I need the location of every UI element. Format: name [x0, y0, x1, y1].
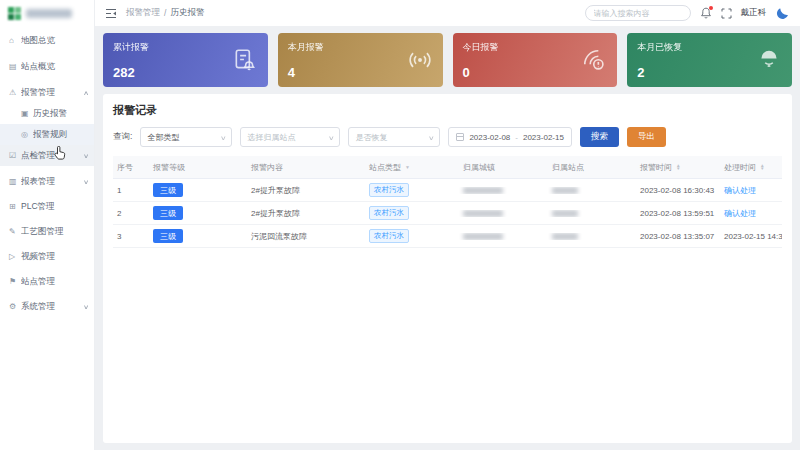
card-value: 0	[463, 65, 470, 80]
mouse-cursor	[53, 146, 66, 160]
sidebar-item-label: 历史报警	[33, 108, 88, 120]
map-icon: ⌂	[9, 36, 21, 45]
table-row: 2 三级 2#提升泵故障 农村污水 2023-02-08 13:59:51 确认…	[113, 202, 782, 225]
history-alarm-icon: ▣	[21, 109, 33, 118]
top-header: 报警管理 / 历史报警 戴正科	[95, 0, 800, 26]
chevron-down-icon: ∨	[83, 303, 89, 310]
site-management-icon: ⚑	[9, 277, 21, 286]
alarm-content: 2#提升泵故障	[247, 185, 365, 196]
alarm-time: 2023-02-08 13:59:51	[636, 209, 720, 218]
sidebar-item-history-alarm[interactable]: ▣ 历史报警	[0, 103, 94, 124]
handle-time: 2023-02-15 14:34:10	[720, 232, 782, 241]
filter-caret-icon: ▼	[405, 164, 410, 170]
alarm-type-value: 全部类型	[147, 132, 217, 143]
sidebar-item-alarm-rules[interactable]: ◎ 报警规则	[0, 124, 94, 145]
sidebar-item-label: 站点概览	[21, 61, 88, 73]
recover-status-select[interactable]: 是否恢复 ∨	[348, 127, 440, 147]
date-range-picker[interactable]: 2023-02-08 - 2023-02-15	[448, 127, 572, 147]
col-site-type-label: 站点类型	[369, 162, 401, 173]
sort-icon: ▲▼	[676, 164, 681, 171]
breadcrumb-alarm-management[interactable]: 报警管理	[126, 7, 160, 19]
logo-icon	[8, 7, 21, 20]
sidebar-item-plc-management[interactable]: ⊞ PLC管理	[0, 196, 94, 217]
sidebar-item-label: 地图总览	[21, 35, 88, 47]
sidebar-item-label: 报警规则	[33, 129, 88, 141]
video-icon: ▷	[9, 252, 21, 261]
col-town: 归属城镇	[459, 162, 548, 173]
breadcrumb-separator: /	[164, 8, 166, 18]
sidebar: ⌂ 地图总览 ▤ 站点概览 ⚠ 报警管理 ∧ ▣ 历史报警 ◎ 报警规则 ☑	[0, 0, 95, 450]
site-type-tag: 农村污水	[369, 229, 409, 243]
sidebar-item-label: 系统管理	[21, 301, 84, 313]
col-alarm-time[interactable]: 报警时间 ▲▼	[636, 162, 720, 173]
site-type-tag: 农村污水	[369, 206, 409, 220]
sidebar-item-video-management[interactable]: ▷ 视频管理	[0, 246, 94, 267]
alarm-time: 2023-02-08 16:30:43	[636, 186, 720, 195]
app-logo	[0, 0, 94, 26]
col-site-type[interactable]: 站点类型 ▼	[365, 162, 459, 173]
confirm-handle-link[interactable]: 确认处理	[720, 185, 782, 196]
col-handle-time[interactable]: 处理时间 ▲▼	[720, 162, 782, 173]
site-type-tag: 农村污水	[369, 183, 409, 197]
site-select-placeholder: 选择归属站点	[247, 132, 325, 143]
sidebar-item-report-management[interactable]: ▥ 报表管理 ∨	[0, 171, 94, 192]
notification-badge	[709, 6, 713, 10]
alarm-records-panel: 报警记录 查询: 全部类型 ∨ 选择归属站点 ∨ 是否恢复 ∨ 2023-02-	[103, 94, 792, 443]
sidebar-item-site-management[interactable]: ⚑ 站点管理	[0, 271, 94, 292]
search-input[interactable]	[585, 5, 691, 21]
sidebar-item-map-overview[interactable]: ⌂ 地图总览	[0, 30, 94, 51]
avatar[interactable]	[775, 6, 790, 21]
level-badge: 三级	[153, 206, 183, 220]
sidebar-item-system-management[interactable]: ⚙ 系统管理 ∨	[0, 296, 94, 317]
alarm-content: 污泥回流泵故障	[247, 231, 365, 242]
query-label: 查询:	[113, 131, 132, 143]
card-month-alarms[interactable]: 本月报警 4	[278, 33, 443, 87]
main-content: 累计报警 282 本月报警 4	[95, 26, 800, 450]
panel-title: 报警记录	[113, 103, 782, 118]
col-no: 序号	[113, 162, 149, 173]
recover-status-value: 是否恢复	[355, 132, 425, 143]
site-overview-icon: ▤	[9, 62, 21, 71]
filter-bar: 查询: 全部类型 ∨ 选择归属站点 ∨ 是否恢复 ∨ 2023-02-08 -	[113, 127, 782, 147]
sidebar-item-label: 视频管理	[21, 251, 88, 263]
redacted-town	[463, 233, 503, 240]
sidebar-item-label: PLC管理	[21, 201, 88, 213]
alarm-signal-icon	[581, 47, 607, 73]
sidebar-item-alarm-management[interactable]: ⚠ 报警管理 ∧	[0, 82, 94, 103]
card-value: 282	[113, 65, 135, 80]
document-bell-icon	[232, 47, 258, 73]
recovered-dome-icon	[756, 47, 782, 73]
row-no: 1	[113, 186, 149, 195]
alarm-table: 序号 报警等级 报警内容 站点类型 ▼ 归属城镇 归属站点 报警时间 ▲▼ 处理…	[113, 156, 782, 248]
row-no: 3	[113, 232, 149, 241]
username[interactable]: 戴正科	[741, 7, 767, 19]
card-month-recovered[interactable]: 本月已恢复 2	[627, 33, 792, 87]
sidebar-item-process-diagram-management[interactable]: ✎ 工艺图管理	[0, 221, 94, 242]
site-select[interactable]: 选择归属站点 ∨	[240, 127, 340, 147]
date-end: 2023-02-15	[523, 133, 564, 142]
sidebar-collapse-icon[interactable]	[105, 8, 117, 19]
chevron-down-icon: ∨	[83, 152, 89, 159]
stat-cards: 累计报警 282 本月报警 4	[103, 33, 792, 87]
card-value: 2	[637, 65, 644, 80]
fullscreen-icon[interactable]	[721, 8, 732, 19]
redacted-town	[463, 210, 503, 217]
plc-icon: ⊞	[9, 202, 21, 211]
sidebar-item-inspection-management[interactable]: ☑ 点检管理 ∨	[0, 145, 94, 166]
export-button[interactable]: 导出	[627, 127, 666, 147]
card-total-alarms[interactable]: 累计报警 282	[103, 33, 268, 87]
col-content: 报警内容	[247, 162, 365, 173]
col-level: 报警等级	[149, 162, 247, 173]
report-icon: ▥	[9, 177, 21, 186]
calendar-icon	[456, 133, 464, 141]
search-button[interactable]: 搜索	[580, 127, 619, 147]
table-header-row: 序号 报警等级 报警内容 站点类型 ▼ 归属城镇 归属站点 报警时间 ▲▼ 处理…	[113, 156, 782, 179]
alarm-type-select[interactable]: 全部类型 ∨	[140, 127, 232, 147]
notification-bell-icon[interactable]	[700, 7, 712, 19]
col-site: 归属站点	[548, 162, 636, 173]
sidebar-item-site-overview[interactable]: ▤ 站点概览	[0, 56, 94, 77]
table-row: 1 三级 2#提升泵故障 农村污水 2023-02-08 16:30:43 确认…	[113, 179, 782, 202]
app-window: ⌂ 地图总览 ▤ 站点概览 ⚠ 报警管理 ∧ ▣ 历史报警 ◎ 报警规则 ☑	[0, 0, 800, 450]
card-today-alarms[interactable]: 今日报警 0	[453, 33, 618, 87]
confirm-handle-link[interactable]: 确认处理	[720, 208, 782, 219]
